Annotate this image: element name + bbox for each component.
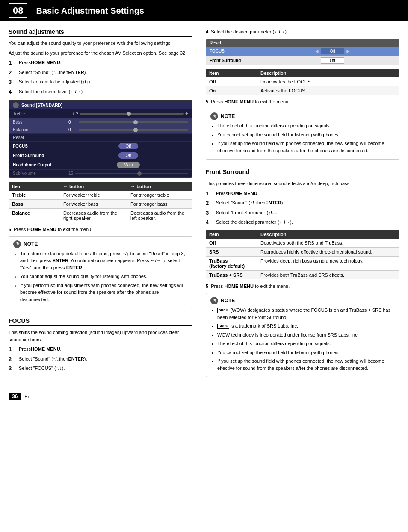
focus-table-col2: Description (257, 69, 399, 77)
bass-value: 0 (68, 120, 77, 124)
table-row: Bass For weaker bass For stronger bass (9, 200, 192, 209)
focus-step4-label: 4 Select the desired parameter (←/→). (206, 28, 399, 35)
note-item: WOW technology is incorporated under lic… (217, 331, 395, 339)
focus-table: Item Description Off Deactivates the FOC… (206, 69, 399, 95)
balance-value-bar: 0 (68, 127, 188, 132)
screen-row-front-surround: Front Surround Off (9, 151, 192, 160)
sound-step-1: Press HOME MENU. (9, 59, 192, 67)
note-header-1: ✎ NOTE (13, 240, 188, 248)
note-item: You cannot adjust the sound quality for … (20, 273, 188, 280)
front-surround-heading: Front Surround (206, 168, 399, 177)
fs-table-col1: Item (206, 230, 257, 239)
note-icon-2: ✎ (210, 112, 218, 120)
treble-plus-btn: + (185, 111, 188, 117)
focus-value-bar: Off (68, 143, 188, 149)
table-row: TruBass + SRS Provides both TruBass and … (206, 270, 399, 279)
front-surround-value-bar: Off (68, 152, 188, 159)
note-icon-3: ✎ (210, 297, 218, 304)
focus-table-col1: Item (206, 69, 257, 77)
fs-trubass-srs-desc: Provides both TruBass and SRS effects. (257, 270, 399, 279)
balance-left: Decreases audio from the right speaker. (60, 209, 127, 223)
balance-right: Decreases audio from the left speaker. (127, 209, 192, 223)
note-box-1: ✎ NOTE To restore the factory defaults f… (9, 236, 192, 309)
page-footer: 36 En (0, 389, 408, 405)
sub-volume-track (75, 173, 188, 174)
table-row: Off Deactivates the FOCUS. (206, 77, 399, 86)
treble-slider-thumb (127, 112, 131, 116)
screen-row-balance: Balance 0 (9, 126, 192, 134)
focus-on-item: On (206, 86, 257, 95)
table-row: Off Deactivates both the SRS and TruBass… (206, 239, 399, 248)
bass-right: For stronger bass (127, 200, 192, 209)
sub-volume-label: Sub Volume (13, 171, 68, 176)
sound-table-col1: Item (9, 182, 60, 191)
focus-step5: 5 Press HOME MENU to exit the menu. (206, 98, 399, 106)
note-item: If you set up the sound field with phone… (217, 140, 395, 154)
screen-title-bar: ♪ Sound [STANDARD] (9, 101, 192, 109)
balance-label: Balance (13, 127, 68, 132)
focus-screen-frontsurround-row: Front Surround Off (206, 56, 399, 65)
focus-screen-reset-row: Reset (206, 39, 399, 47)
fs-off-item: Off (206, 239, 257, 248)
item-balance: Balance (9, 209, 60, 223)
table-row: Treble For weaker treble For stronger tr… (9, 191, 192, 200)
fs-trubass-desc: Provides deep, rich bass using a new tec… (257, 256, 399, 270)
treble-left: For weaker treble (60, 191, 127, 200)
treble-slider-area: − + 2 + (68, 111, 188, 117)
headphone-value-bar: Main (68, 162, 188, 168)
content-area: Sound adjustments You can adjust the sou… (0, 21, 408, 389)
note-box-2: ✎ NOTE The effect of this function diffe… (206, 109, 399, 160)
fs-frontsurround-label: Front Surround (210, 58, 269, 63)
fs-step-4: Select the desired parameter (←/→). (206, 219, 399, 227)
treble-label: Treble (13, 112, 68, 116)
table-row: SRS Reproduces highly effective three-di… (206, 247, 399, 256)
fs-left-arrow: ◄ (314, 48, 319, 54)
bass-value-bar: 0 (68, 120, 188, 124)
treble-slider-track (80, 113, 184, 115)
minus-icon: − (68, 112, 71, 116)
focus-heading: FOCUS (9, 317, 192, 326)
fs-step-1: Press HOME MENU. (206, 190, 399, 198)
left-column: Sound adjustments You can adjust the sou… (9, 28, 201, 381)
focus-value: Off (118, 143, 138, 149)
note-item: To restore the factory defaults for all … (20, 250, 188, 272)
sound-intro-2: Adjust the sound to your preference for … (9, 50, 192, 57)
treble-value: 2 (76, 112, 79, 116)
note-icon-1: ✎ (13, 240, 21, 248)
fs-right-arrow: ► (346, 48, 351, 54)
table-row: TruBass(factory default) Provides deep, … (206, 256, 399, 270)
screen-row-bass: Bass 0 (9, 118, 192, 126)
note-list-1: To restore the factory defaults for all … (13, 250, 188, 303)
bass-thumb (133, 120, 138, 124)
sound-step-3: Select an item to be adjusted (↑/↓). (9, 78, 192, 86)
chapter-title: Basic Adjustment Settings (36, 6, 144, 16)
sub-volume-value: 15 (68, 171, 73, 176)
sound-intro-1: You can adjust the sound quality to your… (9, 40, 192, 47)
item-bass: Bass (9, 200, 60, 209)
page-header: 08 Basic Adjustment Settings (0, 0, 408, 21)
focus-screen-mockup: Reset FOCUS ◄ Off ► Front Surround Off (206, 39, 399, 65)
note-item: SRS© (WOW) designates a status where the… (217, 307, 395, 321)
focus-on-desc: Activates the FOCUS. (257, 86, 399, 95)
sound-adjustments-heading: Sound adjustments (9, 28, 192, 37)
page-lang: En (24, 394, 30, 399)
divider-1 (9, 313, 192, 313)
reset-label: Reset (13, 135, 68, 140)
sound-table: Item ← button → button Treble For weaker… (9, 182, 192, 222)
headphone-value: Main (117, 162, 140, 168)
sound-table-col3: → button (127, 182, 192, 191)
page-number: 36 (9, 393, 21, 400)
screen-title: Sound [STANDARD] (21, 103, 62, 108)
screen-row-treble: Treble − + 2 + (9, 109, 192, 118)
screen-row-focus: FOCUS Off (9, 142, 192, 151)
table-row: On Activates the FOCUS. (206, 86, 399, 95)
focus-step-3: Select "FOCUS" (↑/↓). (9, 365, 192, 373)
note-box-3: ✎ NOTE SRS© (WOW) designates a status wh… (206, 293, 399, 377)
note-list-3: SRS© (WOW) designates a status where the… (210, 307, 395, 372)
note-label-3: NOTE (221, 298, 235, 304)
fs-step5: 5 Press HOME MENU to exit the menu. (206, 283, 399, 290)
bass-slider (79, 121, 188, 123)
srs-badge-1: SRS© (217, 308, 229, 313)
note-header-2: ✎ NOTE (210, 112, 395, 120)
balance-value: 0 (68, 127, 77, 132)
